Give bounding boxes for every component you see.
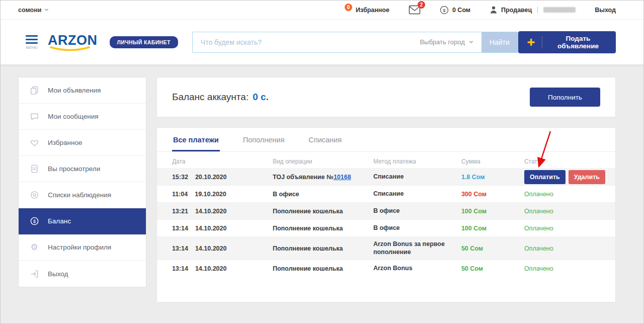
topup-button[interactable]: Пополнить bbox=[530, 88, 600, 107]
row-amount: 50 Сом bbox=[461, 245, 524, 252]
wallet-balance: 0 Сом bbox=[452, 7, 470, 14]
seller-label: Продавец bbox=[501, 7, 532, 14]
row-amount: 100 Сом bbox=[461, 208, 524, 215]
table-header: Дата Вид операции Метод платежа Сумма Ст… bbox=[157, 152, 615, 168]
city-selector[interactable]: Выбрать город bbox=[412, 32, 481, 52]
sidebar-item-balance[interactable]: $ Баланс bbox=[19, 208, 146, 234]
sidebar-item-my-ads[interactable]: Мои объявления bbox=[19, 77, 146, 104]
delete-button[interactable]: Удалить bbox=[569, 170, 605, 184]
column-operation: Вид операции bbox=[273, 158, 373, 165]
sidebar-item-label: Настройки профиля bbox=[48, 244, 111, 251]
sidebar-item-label: Баланс bbox=[48, 217, 71, 225]
messages-link[interactable]: 2 bbox=[409, 5, 421, 15]
viewed-page-icon bbox=[29, 164, 40, 174]
sidebar-item-viewed[interactable]: Вы просмотрели bbox=[19, 156, 146, 182]
hamburger-icon bbox=[26, 35, 38, 37]
row-date: 14.10.2020 bbox=[195, 265, 227, 272]
table-row: 13:14 14.10.2020 Пополнение кошелька Arz… bbox=[157, 236, 615, 260]
row-status: Оплачено bbox=[524, 208, 605, 215]
row-time: 15:32 bbox=[172, 174, 188, 181]
row-method: Arzon Bonus bbox=[373, 265, 461, 273]
heart-icon bbox=[29, 138, 40, 147]
row-status: Оплачено bbox=[524, 191, 605, 198]
topbar: сомони 0 Избранное 2 $ 0 Сом bbox=[1, 1, 643, 20]
pay-button[interactable]: Оплатить bbox=[524, 170, 566, 184]
payments-tabs: Все платежи Пополнения Списания bbox=[157, 128, 615, 152]
sidebar-item-label: Мои сообщения bbox=[48, 113, 99, 120]
balance-value: 0 с. bbox=[253, 92, 269, 103]
table-row: 15:32 20.10.2020 TOJ объявление №10168 С… bbox=[157, 168, 615, 185]
sidebar: Мои объявления Мои сообщения Избранное В… bbox=[18, 77, 146, 287]
documents-icon bbox=[29, 86, 40, 95]
tab-topups[interactable]: Пополнения bbox=[242, 128, 286, 151]
row-operation: Пополнение кошелька bbox=[273, 225, 373, 232]
tab-writeoffs[interactable]: Списания bbox=[307, 128, 343, 151]
seller-account[interactable]: Продавец bbox=[490, 6, 576, 14]
row-time: 13:14 bbox=[172, 265, 188, 272]
main-header: МЕНЮ ARZON ЛИЧНЫЙ КАБИНЕТ Выбрать город … bbox=[1, 20, 643, 65]
payments-card: Все платежи Пополнения Списания Дата Вид… bbox=[156, 127, 616, 302]
divider bbox=[542, 36, 542, 48]
search-bar: Выбрать город Найти bbox=[192, 32, 518, 53]
row-time: 13:14 bbox=[172, 225, 188, 232]
row-method: Списание bbox=[373, 190, 461, 198]
content: Мои объявления Мои сообщения Избранное В… bbox=[1, 65, 643, 302]
svg-text:$: $ bbox=[33, 219, 35, 224]
page: сомони 0 Избранное 2 $ 0 Сом bbox=[0, 0, 644, 324]
logo-text: ARZON bbox=[48, 33, 98, 48]
post-ad-label: Подать объявление bbox=[549, 35, 607, 50]
logout-link[interactable]: Выход bbox=[595, 7, 616, 14]
sidebar-item-favorites[interactable]: Избранное bbox=[19, 130, 146, 156]
table-row: 13:14 14.10.2020 Пополнение кошелька Arz… bbox=[157, 260, 615, 277]
sidebar-item-my-messages[interactable]: Мои сообщения bbox=[19, 104, 146, 130]
arzon-logo[interactable]: ARZON bbox=[48, 33, 98, 51]
search-button[interactable]: Найти bbox=[481, 32, 518, 52]
row-status: Оплачено bbox=[524, 245, 605, 252]
row-operation: Пополнение кошелька bbox=[273, 208, 373, 215]
chevron-down-icon bbox=[44, 8, 49, 12]
wallet-link[interactable]: $ 0 Сом bbox=[440, 6, 470, 15]
sidebar-item-profile-settings[interactable]: ⚙ Настройки профиля bbox=[19, 234, 146, 261]
favorites-link[interactable]: 0 Избранное bbox=[345, 6, 389, 14]
row-date: 20.10.2020 bbox=[195, 174, 227, 181]
menu-button[interactable]: МЕНЮ bbox=[26, 35, 38, 49]
personal-cabinet-badge[interactable]: ЛИЧНЫЙ КАБИНЕТ bbox=[110, 36, 178, 48]
row-operation: Пополнение кошелька bbox=[273, 245, 373, 252]
row-time: 13:14 bbox=[172, 245, 188, 252]
row-date: 14.10.2020 bbox=[195, 245, 227, 252]
balance-card: Баланс аккаунта: 0 с. Пополнить bbox=[156, 77, 616, 117]
city-label: Выбрать город bbox=[420, 38, 464, 46]
currency-selector[interactable]: сомони bbox=[18, 7, 49, 14]
table-row: 11:04 19.10.2020 В офисе Списание 300 Со… bbox=[157, 185, 615, 202]
row-time: 11:04 bbox=[172, 191, 188, 198]
row-amount: 300 Сом bbox=[461, 191, 524, 198]
search-input[interactable] bbox=[193, 32, 412, 52]
column-date: Дата bbox=[172, 158, 273, 165]
row-operation: В офисе bbox=[273, 191, 373, 198]
favorites-badge: 0 bbox=[345, 4, 352, 11]
sidebar-item-label: Вы просмотрели bbox=[48, 165, 100, 173]
post-ad-button[interactable]: Подать объявление bbox=[518, 31, 616, 53]
row-operation: TOJ объявление № bbox=[273, 174, 334, 181]
row-method: В офисе bbox=[373, 207, 461, 215]
divider bbox=[537, 7, 538, 13]
messages-badge: 2 bbox=[418, 1, 425, 9]
favorites-label: Избранное bbox=[356, 7, 389, 14]
menu-label: МЕНЮ bbox=[26, 46, 37, 49]
svg-text:$: $ bbox=[443, 8, 445, 13]
seller-phone-redacted bbox=[543, 7, 576, 13]
chat-icon bbox=[29, 112, 40, 121]
row-method: Списание bbox=[373, 173, 461, 181]
row-date: 14.10.2020 bbox=[195, 225, 227, 232]
column-amount: Сумма bbox=[461, 158, 524, 165]
sidebar-item-watchlists[interactable]: Списки наблюдения bbox=[19, 182, 146, 208]
ad-number-link[interactable]: 10168 bbox=[334, 174, 351, 181]
exit-icon bbox=[29, 269, 40, 279]
watchlist-icon bbox=[29, 190, 40, 200]
chevron-down-icon bbox=[469, 40, 473, 44]
sidebar-item-label: Избранное bbox=[48, 139, 82, 146]
row-status: Оплачено bbox=[524, 265, 605, 272]
dollar-circle-icon: $ bbox=[440, 6, 449, 15]
sidebar-item-logout[interactable]: Выход bbox=[19, 261, 146, 287]
tab-all-payments[interactable]: Все платежи bbox=[172, 128, 220, 151]
